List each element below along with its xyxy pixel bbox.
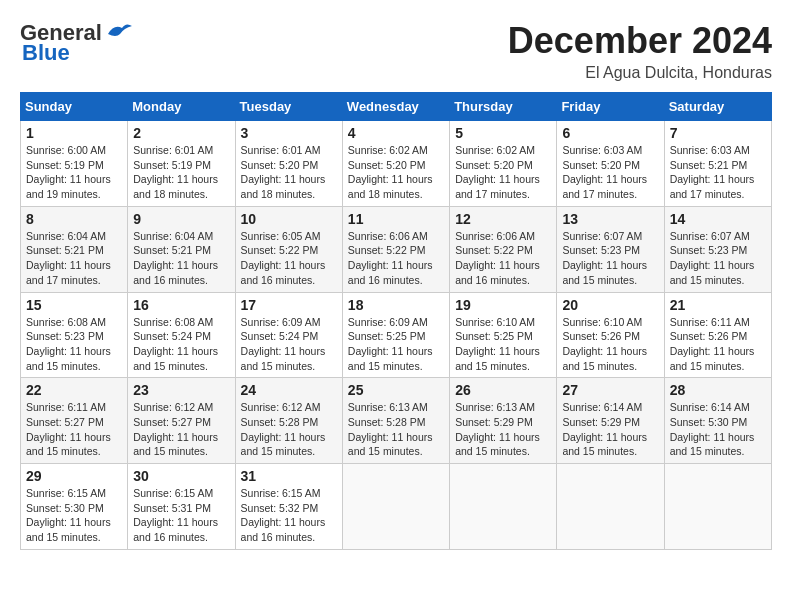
calendar-cell: 5Sunrise: 6:02 AM Sunset: 5:20 PM Daylig… (450, 121, 557, 207)
day-number: 3 (241, 125, 337, 141)
calendar-cell: 11Sunrise: 6:06 AM Sunset: 5:22 PM Dayli… (342, 206, 449, 292)
day-detail: Sunrise: 6:12 AM Sunset: 5:28 PM Dayligh… (241, 400, 337, 459)
day-header-sunday: Sunday (21, 93, 128, 121)
day-number: 1 (26, 125, 122, 141)
day-number: 31 (241, 468, 337, 484)
day-number: 25 (348, 382, 444, 398)
day-header-monday: Monday (128, 93, 235, 121)
month-title: December 2024 (508, 20, 772, 62)
day-number: 7 (670, 125, 766, 141)
day-number: 12 (455, 211, 551, 227)
day-number: 10 (241, 211, 337, 227)
calendar-cell: 1Sunrise: 6:00 AM Sunset: 5:19 PM Daylig… (21, 121, 128, 207)
calendar-cell: 31Sunrise: 6:15 AM Sunset: 5:32 PM Dayli… (235, 464, 342, 550)
calendar-cell (557, 464, 664, 550)
day-number: 14 (670, 211, 766, 227)
calendar-cell: 24Sunrise: 6:12 AM Sunset: 5:28 PM Dayli… (235, 378, 342, 464)
page-header: General Blue December 2024 El Agua Dulci… (20, 20, 772, 82)
day-detail: Sunrise: 6:04 AM Sunset: 5:21 PM Dayligh… (26, 229, 122, 288)
day-detail: Sunrise: 6:15 AM Sunset: 5:31 PM Dayligh… (133, 486, 229, 545)
day-number: 4 (348, 125, 444, 141)
day-detail: Sunrise: 6:03 AM Sunset: 5:21 PM Dayligh… (670, 143, 766, 202)
day-detail: Sunrise: 6:15 AM Sunset: 5:30 PM Dayligh… (26, 486, 122, 545)
day-detail: Sunrise: 6:07 AM Sunset: 5:23 PM Dayligh… (562, 229, 658, 288)
day-header-wednesday: Wednesday (342, 93, 449, 121)
calendar-cell: 3Sunrise: 6:01 AM Sunset: 5:20 PM Daylig… (235, 121, 342, 207)
day-number: 16 (133, 297, 229, 313)
day-detail: Sunrise: 6:07 AM Sunset: 5:23 PM Dayligh… (670, 229, 766, 288)
day-detail: Sunrise: 6:06 AM Sunset: 5:22 PM Dayligh… (348, 229, 444, 288)
day-number: 11 (348, 211, 444, 227)
calendar-week-1: 1Sunrise: 6:00 AM Sunset: 5:19 PM Daylig… (21, 121, 772, 207)
day-detail: Sunrise: 6:01 AM Sunset: 5:19 PM Dayligh… (133, 143, 229, 202)
day-detail: Sunrise: 6:12 AM Sunset: 5:27 PM Dayligh… (133, 400, 229, 459)
day-detail: Sunrise: 6:03 AM Sunset: 5:20 PM Dayligh… (562, 143, 658, 202)
day-number: 30 (133, 468, 229, 484)
calendar-week-3: 15Sunrise: 6:08 AM Sunset: 5:23 PM Dayli… (21, 292, 772, 378)
day-header-tuesday: Tuesday (235, 93, 342, 121)
calendar-cell: 13Sunrise: 6:07 AM Sunset: 5:23 PM Dayli… (557, 206, 664, 292)
day-number: 20 (562, 297, 658, 313)
day-number: 2 (133, 125, 229, 141)
calendar-body: 1Sunrise: 6:00 AM Sunset: 5:19 PM Daylig… (21, 121, 772, 550)
day-number: 15 (26, 297, 122, 313)
day-number: 13 (562, 211, 658, 227)
calendar-week-5: 29Sunrise: 6:15 AM Sunset: 5:30 PM Dayli… (21, 464, 772, 550)
calendar-cell: 9Sunrise: 6:04 AM Sunset: 5:21 PM Daylig… (128, 206, 235, 292)
calendar-cell (664, 464, 771, 550)
day-number: 8 (26, 211, 122, 227)
day-detail: Sunrise: 6:11 AM Sunset: 5:27 PM Dayligh… (26, 400, 122, 459)
day-number: 28 (670, 382, 766, 398)
day-detail: Sunrise: 6:09 AM Sunset: 5:25 PM Dayligh… (348, 315, 444, 374)
calendar-week-4: 22Sunrise: 6:11 AM Sunset: 5:27 PM Dayli… (21, 378, 772, 464)
day-detail: Sunrise: 6:02 AM Sunset: 5:20 PM Dayligh… (348, 143, 444, 202)
day-detail: Sunrise: 6:01 AM Sunset: 5:20 PM Dayligh… (241, 143, 337, 202)
location: El Agua Dulcita, Honduras (508, 64, 772, 82)
calendar-cell: 21Sunrise: 6:11 AM Sunset: 5:26 PM Dayli… (664, 292, 771, 378)
day-number: 29 (26, 468, 122, 484)
day-detail: Sunrise: 6:10 AM Sunset: 5:25 PM Dayligh… (455, 315, 551, 374)
day-detail: Sunrise: 6:15 AM Sunset: 5:32 PM Dayligh… (241, 486, 337, 545)
logo: General Blue (20, 20, 132, 66)
calendar-cell: 14Sunrise: 6:07 AM Sunset: 5:23 PM Dayli… (664, 206, 771, 292)
day-number: 23 (133, 382, 229, 398)
calendar-cell: 12Sunrise: 6:06 AM Sunset: 5:22 PM Dayli… (450, 206, 557, 292)
day-number: 19 (455, 297, 551, 313)
title-area: December 2024 El Agua Dulcita, Honduras (508, 20, 772, 82)
logo-bird-icon (104, 20, 132, 42)
calendar-cell: 22Sunrise: 6:11 AM Sunset: 5:27 PM Dayli… (21, 378, 128, 464)
day-detail: Sunrise: 6:04 AM Sunset: 5:21 PM Dayligh… (133, 229, 229, 288)
calendar-cell: 23Sunrise: 6:12 AM Sunset: 5:27 PM Dayli… (128, 378, 235, 464)
day-number: 27 (562, 382, 658, 398)
calendar-week-2: 8Sunrise: 6:04 AM Sunset: 5:21 PM Daylig… (21, 206, 772, 292)
calendar-cell (342, 464, 449, 550)
calendar-cell: 8Sunrise: 6:04 AM Sunset: 5:21 PM Daylig… (21, 206, 128, 292)
calendar-table: SundayMondayTuesdayWednesdayThursdayFrid… (20, 92, 772, 550)
day-detail: Sunrise: 6:00 AM Sunset: 5:19 PM Dayligh… (26, 143, 122, 202)
day-detail: Sunrise: 6:06 AM Sunset: 5:22 PM Dayligh… (455, 229, 551, 288)
day-detail: Sunrise: 6:11 AM Sunset: 5:26 PM Dayligh… (670, 315, 766, 374)
calendar-cell: 10Sunrise: 6:05 AM Sunset: 5:22 PM Dayli… (235, 206, 342, 292)
day-detail: Sunrise: 6:10 AM Sunset: 5:26 PM Dayligh… (562, 315, 658, 374)
day-number: 21 (670, 297, 766, 313)
day-detail: Sunrise: 6:08 AM Sunset: 5:24 PM Dayligh… (133, 315, 229, 374)
day-number: 9 (133, 211, 229, 227)
calendar-cell: 29Sunrise: 6:15 AM Sunset: 5:30 PM Dayli… (21, 464, 128, 550)
day-number: 26 (455, 382, 551, 398)
calendar-header-row: SundayMondayTuesdayWednesdayThursdayFrid… (21, 93, 772, 121)
day-number: 24 (241, 382, 337, 398)
day-detail: Sunrise: 6:09 AM Sunset: 5:24 PM Dayligh… (241, 315, 337, 374)
day-detail: Sunrise: 6:02 AM Sunset: 5:20 PM Dayligh… (455, 143, 551, 202)
calendar-cell: 28Sunrise: 6:14 AM Sunset: 5:30 PM Dayli… (664, 378, 771, 464)
day-detail: Sunrise: 6:05 AM Sunset: 5:22 PM Dayligh… (241, 229, 337, 288)
day-header-thursday: Thursday (450, 93, 557, 121)
day-number: 6 (562, 125, 658, 141)
logo-blue: Blue (22, 40, 70, 66)
calendar-cell: 6Sunrise: 6:03 AM Sunset: 5:20 PM Daylig… (557, 121, 664, 207)
day-number: 5 (455, 125, 551, 141)
calendar-cell: 4Sunrise: 6:02 AM Sunset: 5:20 PM Daylig… (342, 121, 449, 207)
calendar-cell: 19Sunrise: 6:10 AM Sunset: 5:25 PM Dayli… (450, 292, 557, 378)
calendar-cell: 7Sunrise: 6:03 AM Sunset: 5:21 PM Daylig… (664, 121, 771, 207)
calendar-cell: 2Sunrise: 6:01 AM Sunset: 5:19 PM Daylig… (128, 121, 235, 207)
day-number: 18 (348, 297, 444, 313)
